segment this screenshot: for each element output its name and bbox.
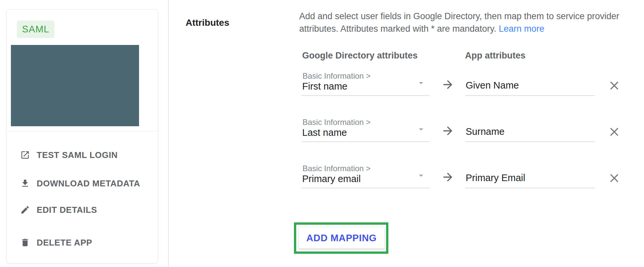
arrow-right-icon xyxy=(441,171,454,184)
app-attribute-input[interactable] xyxy=(466,126,591,137)
add-mapping-button[interactable]: ADD MAPPING xyxy=(298,227,385,249)
close-icon xyxy=(608,79,621,92)
trash-icon xyxy=(20,238,30,248)
mapping-row: Basic Information > First name xyxy=(301,70,633,116)
app-attribute-input[interactable] xyxy=(466,80,591,91)
attribute-selected-value: Primary email xyxy=(302,173,361,184)
annotation-highlight-box: ADD MAPPING xyxy=(294,222,388,254)
remove-mapping-button[interactable] xyxy=(607,125,622,139)
mapping-row: Basic Information > Primary email xyxy=(301,163,633,209)
saml-badge-label: SAML xyxy=(22,24,50,35)
close-icon xyxy=(608,126,621,138)
saml-app-settings-page: SAML TEST SAML LOGIN DOWNLOAD METADATA E… xyxy=(0,0,644,267)
section-description: Add and select user fields in Google Dir… xyxy=(299,10,636,35)
close-icon xyxy=(608,172,621,184)
google-directory-attribute-select[interactable]: Basic Information > Last name xyxy=(301,116,430,142)
dropdown-arrow-icon xyxy=(416,124,426,134)
column-header-google-directory: Google Directory attributes xyxy=(302,51,418,61)
app-attribute-field xyxy=(465,70,595,96)
arrow-right-icon xyxy=(441,78,454,91)
card-divider xyxy=(7,131,158,132)
remove-mapping-button[interactable] xyxy=(607,79,622,93)
delete-app-label: DELETE APP xyxy=(37,238,92,248)
remove-mapping-button[interactable] xyxy=(607,171,622,186)
description-line-1: Add and select user fields in Google Dir… xyxy=(299,10,636,22)
app-attribute-field xyxy=(465,163,595,188)
download-metadata-label: DOWNLOAD METADATA xyxy=(37,178,140,189)
arrow-right-icon xyxy=(441,124,454,137)
app-attribute-field xyxy=(465,116,595,142)
google-directory-attribute-select[interactable]: Basic Information > Primary email xyxy=(301,163,430,188)
panel-divider xyxy=(168,0,169,267)
download-icon xyxy=(20,178,30,188)
attribute-category-label: Basic Information > xyxy=(303,71,371,81)
google-directory-attribute-select[interactable]: Basic Information > First name xyxy=(301,70,430,96)
section-title: Attributes xyxy=(186,18,229,28)
mapping-row: Basic Information > Last name xyxy=(301,116,633,163)
edit-details-button[interactable]: EDIT DETAILS xyxy=(20,205,97,215)
app-attribute-input[interactable] xyxy=(466,172,591,183)
download-metadata-button[interactable]: DOWNLOAD METADATA xyxy=(20,178,140,189)
open-in-new-icon xyxy=(20,150,30,160)
attribute-selected-value: Last name xyxy=(302,127,347,138)
column-header-app: App attributes xyxy=(465,51,525,61)
dropdown-arrow-icon xyxy=(416,171,426,180)
app-logo-placeholder xyxy=(11,45,139,126)
description-line-2: attributes. Attributes marked with * are… xyxy=(299,24,496,34)
attribute-category-label: Basic Information > xyxy=(303,118,371,127)
edit-details-label: EDIT DETAILS xyxy=(37,205,97,215)
test-saml-login-button[interactable]: TEST SAML LOGIN xyxy=(20,150,118,160)
pencil-icon xyxy=(20,205,30,215)
saml-app-card: SAML TEST SAML LOGIN DOWNLOAD METADATA E… xyxy=(6,9,158,263)
attribute-selected-value: First name xyxy=(302,81,347,92)
test-saml-login-label: TEST SAML LOGIN xyxy=(37,150,118,160)
attribute-category-label: Basic Information > xyxy=(303,164,371,173)
learn-more-link[interactable]: Learn more xyxy=(499,24,544,34)
saml-badge: SAML xyxy=(17,20,54,38)
dropdown-arrow-icon xyxy=(416,78,426,88)
delete-app-button[interactable]: DELETE APP xyxy=(20,237,92,248)
